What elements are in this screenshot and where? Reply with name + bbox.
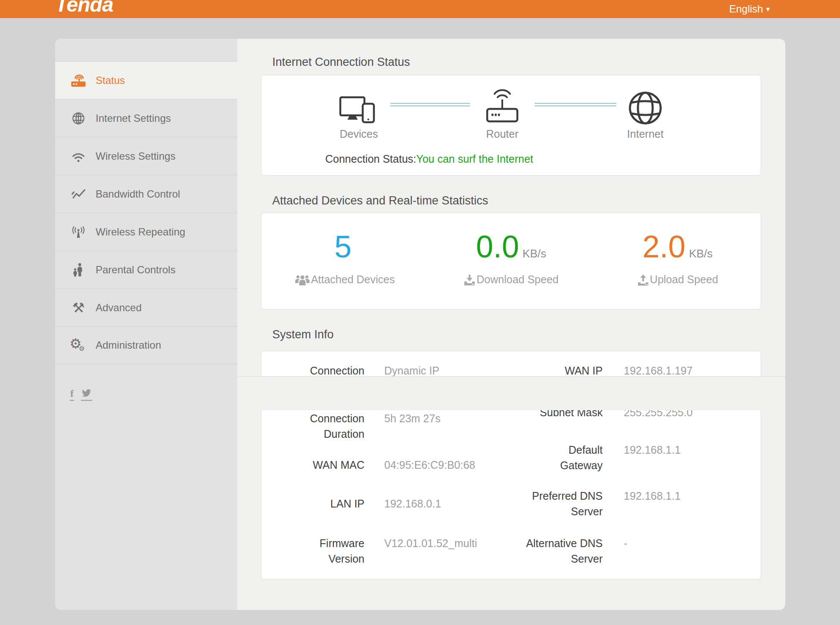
sidebar-item-label: Wireless Repeating bbox=[96, 226, 185, 238]
connection-status-card: Devices Router bbox=[261, 75, 761, 176]
link-line-devices-router bbox=[390, 105, 470, 106]
system-info-card-top: Connection Dynamic IP WAN IP 192.168.1.1… bbox=[261, 351, 761, 376]
sidebar: Status Internet Settings bbox=[55, 39, 237, 610]
upload-icon bbox=[637, 274, 649, 286]
sys-label-connection: Connection bbox=[287, 363, 364, 376]
family-icon bbox=[69, 262, 88, 278]
chevron-down-icon: ▾ bbox=[766, 5, 770, 14]
twitter-icon[interactable] bbox=[81, 389, 92, 401]
sys-value-connection-duration: 5h 23m 27s bbox=[384, 411, 441, 426]
node-router: Router bbox=[468, 82, 537, 140]
sidebar-item-bandwidth-control[interactable]: Bandwidth Control bbox=[55, 175, 237, 213]
sidebar-item-internet-settings[interactable]: Internet Settings bbox=[55, 99, 237, 137]
sidebar-item-label: Status bbox=[96, 74, 125, 87]
sidebar-item-label: Bandwidth Control bbox=[96, 188, 180, 200]
content-area: Internet Connection Status Devices bbox=[237, 39, 785, 610]
sidebar-item-label: Advanced bbox=[96, 302, 142, 314]
sidebar-menu: Status Internet Settings bbox=[55, 61, 237, 364]
attached-devices-label-row: Attached Devices bbox=[261, 273, 428, 286]
sys-label-preferred-dns: Preferred DNS Server bbox=[525, 488, 603, 519]
main-panel: Status Internet Settings bbox=[55, 39, 785, 610]
antenna-icon bbox=[69, 225, 88, 239]
sys-label-firmware-version: Firmware Version bbox=[287, 535, 364, 566]
line-chart-icon bbox=[69, 188, 88, 201]
router-admin-page: Tenda English ▾ bbox=[0, 0, 840, 625]
stat-upload-speed: 2.0KB/s Upload Speed bbox=[594, 231, 761, 309]
devices-icon bbox=[324, 82, 393, 126]
link-line-router-internet bbox=[535, 103, 616, 104]
link-line-router-internet bbox=[535, 105, 616, 106]
attached-devices-value: 5 bbox=[334, 229, 352, 264]
stat-attached-devices: 5 Attached Devices bbox=[261, 231, 428, 309]
system-info-card-bottom: Subnet Mask 255.255.255.0 Connection Dur… bbox=[261, 410, 761, 579]
section-title-stats: Attached Devices and Real-time Statistic… bbox=[272, 194, 488, 207]
stat-label: Download Speed bbox=[476, 273, 558, 286]
connection-status-line: Connection Status:You can surf the Inter… bbox=[325, 153, 533, 165]
sys-value-firmware-version: V12.01.01.52_multi bbox=[384, 535, 477, 551]
gears-icon: ⚙ ⚙ bbox=[69, 339, 88, 352]
globe-icon bbox=[69, 111, 88, 126]
sidebar-item-parental-controls[interactable]: Parental Controls bbox=[55, 251, 237, 288]
download-icon bbox=[464, 274, 476, 286]
sys-label-wan-mac: WAN MAC bbox=[287, 457, 364, 473]
sys-label-lan-ip: LAN IP bbox=[287, 496, 364, 511]
sys-label-wan-ip: WAN IP bbox=[525, 363, 603, 376]
sys-label-alternative-dns: Alternative DNS Server bbox=[525, 535, 603, 566]
social-links: f bbox=[70, 388, 92, 401]
sidebar-item-label: Internet Settings bbox=[96, 112, 171, 124]
top-bar: Tenda English ▾ bbox=[0, 0, 840, 18]
node-devices: Devices bbox=[324, 82, 393, 140]
facebook-icon[interactable]: f bbox=[70, 388, 74, 401]
download-speed-label-row: Download Speed bbox=[428, 273, 594, 286]
sys-value-default-gateway: 192.168.1.1 bbox=[624, 442, 681, 458]
statistics-card: 5 Attached Devices bbox=[261, 213, 761, 309]
connection-status-value: You can surf the Internet bbox=[416, 153, 533, 165]
sys-value-connection: Dynamic IP bbox=[384, 363, 439, 376]
language-label: English bbox=[729, 3, 763, 15]
group-icon bbox=[295, 274, 310, 285]
sidebar-item-advanced[interactable]: ⚒ Advanced bbox=[55, 288, 237, 326]
sys-value-alternative-dns: - bbox=[624, 535, 627, 551]
sidebar-item-wireless-settings[interactable]: Wireless Settings bbox=[55, 137, 237, 175]
sidebar-item-label: Wireless Settings bbox=[96, 150, 175, 162]
stat-label: Attached Devices bbox=[311, 273, 395, 286]
section-title-system-info: System Info bbox=[272, 328, 334, 341]
sidebar-item-wireless-repeating[interactable]: Wireless Repeating bbox=[55, 213, 237, 251]
sys-value-preferred-dns: 192.168.1.1 bbox=[624, 488, 681, 504]
section-title-connection: Internet Connection Status bbox=[272, 56, 410, 69]
node-label: Devices bbox=[324, 128, 393, 140]
internet-globe-icon bbox=[611, 82, 680, 126]
node-label: Internet bbox=[611, 128, 680, 140]
sidebar-item-label: Parental Controls bbox=[96, 264, 175, 276]
stat-download-speed: 0.0KB/s Download Speed bbox=[428, 231, 594, 309]
sys-value-wan-mac: 04:95:E6:C9:B0:68 bbox=[384, 457, 475, 473]
stat-label: Upload Speed bbox=[650, 273, 718, 286]
sidebar-item-administration[interactable]: ⚙ ⚙ Administration bbox=[55, 326, 237, 364]
wifi-icon bbox=[69, 150, 88, 163]
connection-status-label: Connection Status: bbox=[325, 153, 416, 165]
tools-icon: ⚒ bbox=[69, 301, 88, 315]
sidebar-item-status[interactable]: Status bbox=[55, 61, 237, 99]
stitch-seam-line bbox=[237, 376, 785, 377]
sidebar-item-label: Administration bbox=[96, 339, 161, 351]
language-selector[interactable]: English ▾ bbox=[729, 0, 770, 18]
router-icon bbox=[468, 82, 537, 126]
sys-label-connection-duration: Connection Duration bbox=[287, 411, 364, 442]
sys-label-subnet-mask: Subnet Mask bbox=[525, 410, 603, 420]
router-status-icon bbox=[69, 73, 88, 88]
download-speed-value: 0.0 bbox=[476, 229, 519, 264]
sys-value-wan-ip: 192.168.1.197 bbox=[624, 363, 693, 376]
node-internet: Internet bbox=[611, 82, 680, 140]
link-line-devices-router bbox=[390, 103, 470, 104]
sys-value-subnet-mask: 255.255.255.0 bbox=[624, 410, 693, 420]
node-label: Router bbox=[468, 128, 537, 140]
upload-speed-label-row: Upload Speed bbox=[594, 273, 761, 286]
tenda-logo: Tenda bbox=[55, 0, 113, 16]
sys-label-default-gateway: Default Gateway bbox=[525, 442, 603, 473]
sys-value-lan-ip: 192.168.0.1 bbox=[384, 496, 441, 511]
upload-speed-value: 2.0 bbox=[642, 229, 685, 264]
